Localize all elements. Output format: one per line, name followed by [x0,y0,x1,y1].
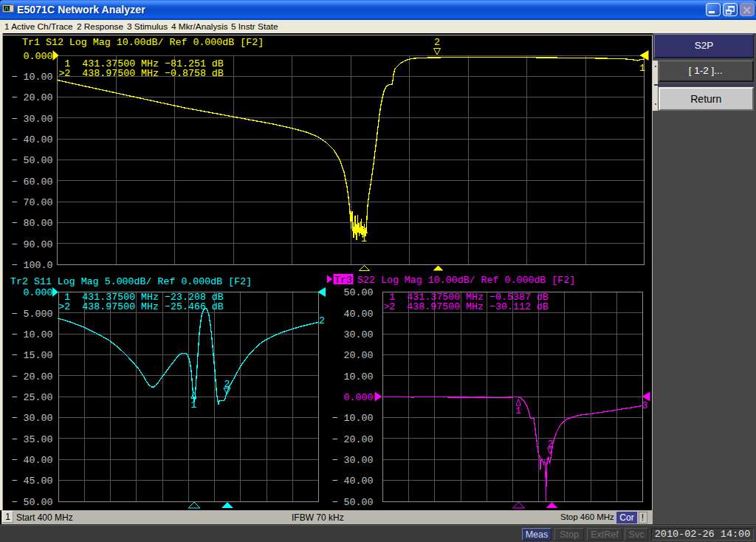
svg-text:40.00: 40.00 [344,309,374,320]
svg-text:1: 1 [191,399,197,411]
svg-text:− 50.00: − 50.00 [12,497,53,508]
svg-text:0.000: 0.000 [24,51,53,62]
svg-text:− 30.00: − 30.00 [12,114,53,125]
svg-text:− 15.00: − 15.00 [12,350,53,361]
svg-text:− 10.00: − 10.00 [12,329,53,340]
svg-text:50.00: 50.00 [344,287,374,298]
svg-text:30.00: 30.00 [344,329,374,340]
svg-text:>2 438.97500 MHz −0.8758 dB: >2 438.97500 MHz −0.8758 dB [58,68,223,79]
svg-text:− 45.00: − 45.00 [12,476,53,487]
svg-text:− 50.00: − 50.00 [12,155,53,166]
svg-text:− 100.0: − 100.0 [12,260,53,271]
svg-text:1: 1 [639,63,645,74]
svg-text:3: 3 [642,400,648,411]
svg-text:− 5.000: − 5.000 [12,309,53,320]
svg-text:− 35.00: − 35.00 [12,434,53,445]
svg-text:− 20.00: − 20.00 [12,371,53,383]
svg-text:1: 1 [361,233,367,244]
svg-text:− 50.00: − 50.00 [332,497,374,508]
svg-text:− 25.00: − 25.00 [12,392,53,403]
svg-text:0.000: 0.000 [344,392,374,403]
svg-text:0.000: 0.000 [24,287,53,298]
svg-text:>2 438.97500 MHz −25.466 dB: >2 438.97500 MHz −25.466 dB [58,301,223,312]
svg-text:2: 2 [434,37,440,48]
svg-text:− 20.00: − 20.00 [332,434,374,445]
svg-text:− 30.00: − 30.00 [332,455,374,466]
svg-text:− 40.00: − 40.00 [332,476,374,487]
svg-text:Tr3: Tr3 [334,275,352,286]
svg-text:Tr1 S12 Log Mag 10.00dB/ Ref 0: Tr1 S12 Log Mag 10.00dB/ Ref 0.000dB [F2… [22,37,264,48]
svg-text:2: 2 [319,315,325,326]
svg-text:− 90.00: − 90.00 [12,239,53,250]
svg-text:− 70.00: − 70.00 [12,197,53,208]
svg-text:20.00: 20.00 [344,350,374,361]
svg-text:− 20.00: − 20.00 [12,92,53,103]
svg-text:S22 Log Mag 10.00dB/ Ref 0.000: S22 Log Mag 10.00dB/ Ref 0.000dB [F2] [357,275,575,286]
svg-text:>2 438.97500 MHz −30.112 dB: >2 438.97500 MHz −30.112 dB [383,301,548,312]
svg-text:− 40.00: − 40.00 [12,455,53,466]
svg-text:10.00: 10.00 [344,371,374,383]
svg-text:− 60.00: − 60.00 [12,176,53,188]
svg-text:− 10.00: − 10.00 [332,413,374,424]
svg-text:1: 1 [515,405,521,416]
svg-text:Tr2 S11 Log Mag 5.000dB/ Ref 0: Tr2 S11 Log Mag 5.000dB/ Ref 0.000dB [F2… [10,276,252,287]
svg-text:− 40.00: − 40.00 [12,134,53,145]
svg-text:− 10.00: − 10.00 [12,72,53,83]
svg-text:− 30.00: − 30.00 [12,413,53,424]
svg-text:− 80.00: − 80.00 [12,218,53,229]
